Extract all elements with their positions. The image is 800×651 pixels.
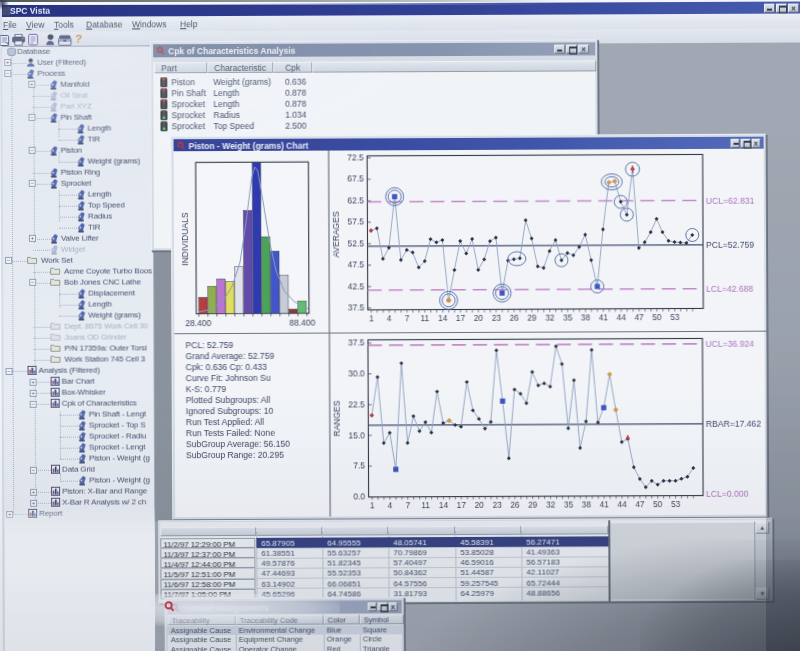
svg-text:30.0: 30.0: [348, 368, 365, 378]
svg-text:44: 44: [617, 312, 627, 322]
svg-text:Run Test Applied: All: Run Test Applied: All: [186, 417, 264, 427]
svg-text:72.5: 72.5: [347, 152, 364, 162]
svg-text:1: 1: [369, 313, 374, 323]
svg-text:14: 14: [439, 500, 449, 510]
svg-text:0.0: 0.0: [353, 492, 365, 502]
svg-text:28.400: 28.400: [185, 318, 211, 328]
svg-text:11: 11: [421, 500, 430, 510]
svg-text:20: 20: [475, 499, 485, 509]
svg-text:20: 20: [474, 312, 484, 322]
svg-text:PCL: 52.759: PCL: 52.759: [185, 340, 233, 350]
svg-text:INDIVIDUALS: INDIVIDUALS: [180, 212, 190, 266]
svg-text:32: 32: [546, 499, 556, 509]
svg-text:RANGES: RANGES: [332, 400, 342, 436]
svg-text:38: 38: [582, 499, 592, 509]
svg-text:62.5: 62.5: [347, 195, 364, 205]
svg-text:32: 32: [545, 312, 555, 322]
svg-text:29: 29: [527, 312, 537, 322]
svg-text:29: 29: [528, 499, 538, 509]
svg-text:26: 26: [510, 312, 520, 322]
svg-text:38: 38: [581, 312, 591, 322]
svg-text:Cpk: 0.636 Cp: 0.433: Cpk: 0.636 Cp: 0.433: [186, 362, 267, 372]
svg-text:26: 26: [510, 499, 520, 509]
svg-text:57.5: 57.5: [347, 217, 364, 227]
svg-text:47.5: 47.5: [348, 260, 365, 270]
svg-text:44: 44: [617, 499, 627, 509]
svg-text:47: 47: [635, 499, 645, 509]
svg-text:Grand Average: 52.759: Grand Average: 52.759: [185, 351, 274, 361]
svg-text:Ignored Subgroups: 10: Ignored Subgroups: 10: [186, 406, 274, 416]
svg-text:35: 35: [564, 499, 574, 509]
svg-text:14: 14: [438, 313, 448, 323]
svg-text:PCL=52.759: PCL=52.759: [706, 240, 754, 250]
svg-text:37.5: 37.5: [348, 338, 365, 348]
svg-text:42.5: 42.5: [348, 281, 365, 291]
svg-text:4: 4: [387, 313, 392, 323]
svg-text:Run Tests Failed: None: Run Tests Failed: None: [186, 428, 275, 438]
svg-text:53: 53: [671, 499, 681, 509]
svg-text:AVERAGES: AVERAGES: [331, 211, 341, 258]
svg-text:17: 17: [457, 499, 467, 509]
svg-text:23: 23: [492, 312, 502, 322]
svg-text:UCL=36.924: UCL=36.924: [705, 339, 754, 349]
svg-text:67.5: 67.5: [347, 174, 364, 184]
svg-text:17: 17: [456, 312, 466, 322]
svg-text:47: 47: [635, 312, 645, 322]
svg-text:52.5: 52.5: [347, 238, 364, 248]
svg-text:SubGroup Average: 56.150: SubGroup Average: 56.150: [186, 439, 290, 449]
svg-text:LCL=0.000: LCL=0.000: [706, 489, 749, 499]
svg-text:11: 11: [421, 313, 430, 323]
svg-text:7.5: 7.5: [353, 461, 365, 471]
svg-text:7: 7: [405, 313, 410, 323]
svg-text:4: 4: [388, 500, 393, 510]
svg-text:50: 50: [652, 312, 662, 322]
svg-text:35: 35: [563, 312, 573, 322]
svg-text:41: 41: [600, 499, 610, 509]
svg-text:23: 23: [493, 499, 503, 509]
svg-text:1: 1: [370, 500, 375, 510]
svg-text:SubGroup Range: 20.295: SubGroup Range: 20.295: [186, 450, 284, 460]
svg-text:88.400: 88.400: [289, 318, 315, 328]
svg-text:Curve Fit: Johnson Su: Curve Fit: Johnson Su: [186, 373, 271, 383]
svg-text:53: 53: [670, 312, 680, 322]
svg-text:RBAR=17.462: RBAR=17.462: [706, 419, 761, 429]
svg-text:Plotted Subgroups: All: Plotted Subgroups: All: [186, 395, 271, 405]
svg-text:15.0: 15.0: [348, 430, 365, 440]
svg-text:LCL=42.688: LCL=42.688: [706, 283, 753, 293]
svg-text:UCL=62.831: UCL=62.831: [706, 195, 755, 205]
svg-text:22.5: 22.5: [348, 399, 365, 409]
svg-text:37.5: 37.5: [348, 303, 365, 313]
svg-text:41: 41: [599, 312, 609, 322]
svg-text:K-S: 0.779: K-S: 0.779: [186, 384, 227, 394]
svg-text:7: 7: [406, 500, 411, 510]
svg-text:50: 50: [653, 499, 663, 509]
